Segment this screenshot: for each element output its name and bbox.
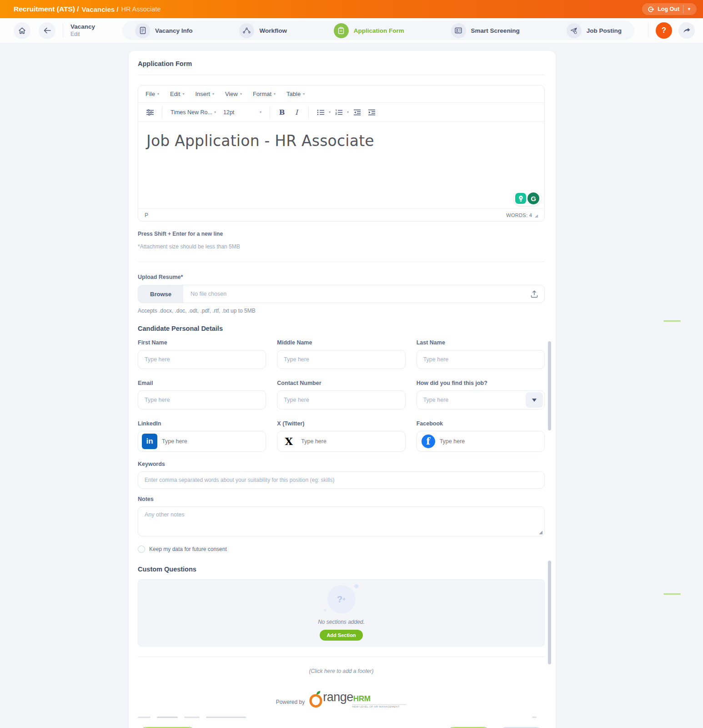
application-form-card: Application Form File▾ Edit▾ Insert▾ Vie…: [129, 51, 556, 728]
upload-resume-label: Upload Resume*: [138, 274, 545, 280]
word-count[interactable]: WORDS: 4: [506, 212, 532, 218]
grammarly-g-icon: G: [527, 192, 539, 204]
toolbar-separator: [270, 106, 270, 118]
inner-scrollbar-thumb[interactable]: [548, 341, 551, 430]
breadcrumb-section[interactable]: Vacancies /: [82, 5, 119, 13]
keywords-label: Keywords: [138, 461, 545, 467]
linkedin-input[interactable]: [157, 438, 263, 445]
browse-button[interactable]: Browse: [138, 285, 183, 303]
step-smart-screening[interactable]: Smart Screening: [451, 23, 520, 38]
facebook-input[interactable]: [435, 438, 542, 445]
logout-caret-icon[interactable]: ▼: [687, 7, 693, 11]
menu-insert[interactable]: Insert▾: [195, 91, 214, 97]
vacancy-subtitle: Edit: [70, 31, 95, 38]
breadcrumb-module[interactable]: Recruitment (ATS) /: [14, 5, 79, 13]
step-label: Job Posting: [587, 27, 622, 34]
decor-dot: [354, 584, 358, 588]
menu-edit[interactable]: Edit▾: [170, 91, 184, 97]
personal-details-heading: Candidate Personal Details: [138, 325, 545, 332]
resize-grip-icon[interactable]: ◢: [535, 213, 538, 218]
step-application-form[interactable]: Application Form: [334, 23, 404, 38]
clipped-content-row: [138, 715, 545, 719]
logout-divider: [683, 5, 683, 13]
x-twitter-icon: X: [281, 434, 296, 449]
chevron-down-icon: ▾: [212, 92, 214, 96]
first-name-field: First Name: [138, 339, 266, 369]
font-family-select[interactable]: Times New Ro...▾: [168, 109, 219, 116]
section-divider: [138, 262, 545, 262]
id-card-icon: [451, 23, 466, 38]
breadcrumb-page: HR Associate: [121, 5, 161, 13]
chevron-down-icon[interactable]: ▾: [329, 110, 331, 114]
step-workflow[interactable]: Workflow: [239, 23, 287, 38]
clipboard-icon: [334, 23, 349, 38]
clipped-fragment: [206, 717, 246, 718]
facebook-input-group: f: [417, 431, 545, 452]
editor-toolbar: Times New Ro...▾ 12pt▾ B I ▾ ▾: [138, 103, 544, 122]
logout-icon: [648, 6, 654, 13]
newline-hint: Press Shift + Enter for a new line: [138, 231, 545, 237]
menu-format[interactable]: Format▾: [253, 91, 276, 97]
last-name-input[interactable]: [417, 350, 545, 369]
facebook-icon: f: [422, 435, 435, 448]
field-label: Last Name: [417, 339, 545, 346]
help-button[interactable]: ?: [656, 22, 672, 39]
twitter-input[interactable]: [296, 438, 402, 445]
middle-name-input[interactable]: [277, 350, 405, 369]
nav-divider: [63, 24, 63, 37]
edge-highlight-mark: [663, 320, 681, 322]
resume-file-input[interactable]: Browse No file chosen: [138, 285, 545, 303]
outdent-icon[interactable]: [351, 106, 363, 119]
notes-label: Notes: [138, 496, 545, 502]
home-icon: [18, 27, 26, 35]
italic-button[interactable]: I: [290, 106, 303, 119]
upload-icon[interactable]: [531, 290, 538, 298]
keywords-input[interactable]: [138, 471, 545, 489]
first-name-input[interactable]: [138, 350, 266, 369]
bold-button[interactable]: B: [276, 106, 288, 119]
menu-view[interactable]: View▾: [225, 91, 242, 97]
chevron-down-icon: ▾: [182, 92, 184, 96]
dropdown-button[interactable]: [526, 392, 543, 408]
bullet-list-icon[interactable]: [314, 106, 327, 119]
formatting-options-icon[interactable]: [144, 106, 156, 119]
grammarly-widget[interactable]: G: [514, 191, 541, 206]
editor-document-title[interactable]: Job Application - HR Associate: [146, 132, 536, 150]
field-label: Contact Number: [277, 380, 405, 386]
add-section-button[interactable]: Add Section: [320, 630, 362, 641]
indent-icon[interactable]: [365, 106, 378, 119]
step-job-posting[interactable]: Job Posting: [567, 23, 622, 38]
font-size-select[interactable]: 12pt▾: [221, 109, 264, 116]
chevron-down-icon: ▾: [303, 92, 305, 96]
footer-divider: [138, 657, 545, 657]
clipped-fragment: [532, 717, 537, 718]
chevron-down-icon[interactable]: ▾: [347, 110, 349, 114]
question-mark-icon: ?: [662, 26, 666, 35]
chevron-down-icon: [532, 399, 537, 402]
field-label: How did you find this job?: [417, 380, 545, 386]
vacancy-title: Vacancy: [70, 23, 95, 31]
back-button[interactable]: [39, 22, 55, 39]
notes-textarea[interactable]: [138, 506, 545, 536]
home-button[interactable]: [14, 22, 30, 39]
menu-table[interactable]: Table▾: [286, 91, 305, 97]
step-vacancy-info[interactable]: Vacancy Info: [135, 23, 193, 38]
contact-number-input[interactable]: [277, 390, 405, 410]
contact-number-field: Contact Number: [277, 380, 405, 410]
share-button[interactable]: [678, 22, 695, 39]
step-label: Smart Screening: [471, 27, 520, 34]
logout-label: Log Out: [658, 6, 679, 12]
notes-field: Notes ◢: [138, 496, 545, 538]
numbered-list-icon[interactable]: [332, 106, 345, 119]
consent-checkbox[interactable]: [138, 546, 145, 553]
email-input[interactable]: [138, 390, 266, 410]
logout-button[interactable]: Log Out ▼: [642, 3, 697, 15]
editor-content-area[interactable]: Job Application - HR Associate G: [138, 122, 544, 208]
editor-menubar: File▾ Edit▾ Insert▾ View▾ Format▾ Table▾: [138, 86, 544, 103]
no-sections-text: No sections added.: [318, 619, 365, 625]
menu-file[interactable]: File▾: [146, 91, 159, 97]
clipped-fragment: [157, 717, 178, 718]
element-path[interactable]: P: [145, 212, 148, 218]
inner-scrollbar-thumb[interactable]: [548, 561, 551, 664]
add-footer-placeholder[interactable]: (Click here to add a footer): [138, 668, 545, 674]
